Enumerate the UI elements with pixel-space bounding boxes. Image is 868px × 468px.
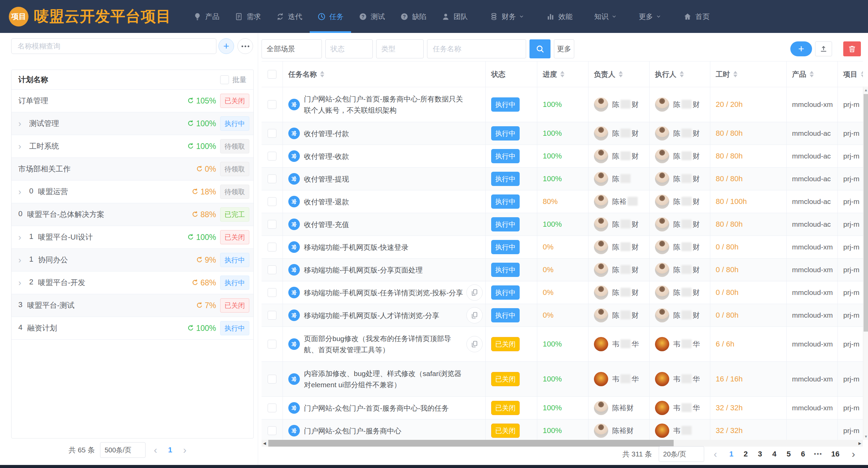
plan-row[interactable]: › 1 协同办公 9% 执行中 xyxy=(12,249,253,272)
plan-page-size-select[interactable]: 500条/页 xyxy=(100,442,146,458)
vertical-scroll-thumb[interactable] xyxy=(864,94,868,332)
nav-item-效能[interactable]: 效能 xyxy=(539,0,580,33)
header-product[interactable]: 产品 xyxy=(787,61,838,87)
header-executor[interactable]: 执行人 xyxy=(650,61,710,87)
more-actions-icon[interactable] xyxy=(237,38,253,54)
plan-row[interactable]: › 2 唛盟平台-开发 68% 执行中 xyxy=(12,272,253,294)
task-name[interactable]: 移动端功能-手机网页版-人才详情浏览-分享 xyxy=(304,310,439,321)
task-name[interactable]: 内容添加修改、bug处理、样式修改（safari浏览器对element ui部分… xyxy=(304,368,465,390)
scroll-left-icon[interactable]: ◀ xyxy=(262,440,268,447)
nav-item-知识[interactable]: 知识 xyxy=(587,0,624,33)
plan-row[interactable]: 市场部相关工作 0% 待领取 xyxy=(12,158,253,181)
sort-icon[interactable] xyxy=(733,71,737,77)
delete-button[interactable] xyxy=(843,41,861,56)
add-task-button[interactable]: + xyxy=(790,41,812,56)
page-number[interactable]: 2 xyxy=(741,450,750,458)
task-name[interactable]: 收付管理-提现 xyxy=(304,173,349,185)
page-number[interactable]: 5 xyxy=(784,450,793,458)
table-row[interactable]: 收付管理-充值 执行中 100% 陈财 陈财 80 / 80h mmcloud-… xyxy=(262,213,863,236)
row-checkbox[interactable] xyxy=(268,129,276,138)
task-name[interactable]: 收付管理-充值 xyxy=(304,219,349,230)
task-page-size-select[interactable]: 20条/页 xyxy=(659,446,704,462)
row-checkbox[interactable] xyxy=(268,404,276,412)
horizontal-scrollbar[interactable]: ◀ ▶ xyxy=(262,440,863,447)
next-page-icon[interactable]: › xyxy=(180,445,189,455)
row-checkbox[interactable] xyxy=(268,100,276,109)
row-checkbox[interactable] xyxy=(268,288,276,297)
page-number[interactable]: 6 xyxy=(798,450,808,458)
table-row[interactable]: 收付管理-收款 执行中 100% 陈财 陈财 80 / 80h mmcloud-… xyxy=(262,145,863,168)
copy-icon[interactable] xyxy=(466,284,483,301)
chevron-right-icon[interactable]: › xyxy=(18,187,29,196)
table-row[interactable]: 移动端功能-手机网页版-人才详情浏览-分享 执行中 0% 陈财 陈财 0 / 8… xyxy=(262,304,863,327)
select-all-checkbox[interactable] xyxy=(268,70,276,79)
page-number[interactable]: 1 xyxy=(727,450,736,458)
plan-row[interactable]: › 0 唛盟运营 18% 待领取 xyxy=(12,181,253,203)
plan-row[interactable]: 3 唛盟平台-测试 7% 已关闭 xyxy=(12,294,253,317)
status-select[interactable]: 状态 xyxy=(325,39,373,58)
copy-icon[interactable] xyxy=(466,307,483,323)
chevron-right-icon[interactable]: › xyxy=(18,256,29,264)
nav-item-迭代[interactable]: 迭代 xyxy=(268,0,310,33)
nav-item-更多[interactable]: 更多 xyxy=(631,0,669,33)
sort-icon[interactable] xyxy=(560,71,564,77)
copy-icon[interactable] xyxy=(466,336,483,352)
vertical-scrollbar[interactable]: ▲ ▼ xyxy=(863,87,868,440)
plan-search-input[interactable] xyxy=(11,38,216,54)
page-number[interactable]: 4 xyxy=(770,450,779,458)
task-name[interactable]: 移动端功能-手机网页版-任务详情页浏览-投标-分享 xyxy=(304,287,463,298)
plan-row[interactable]: 0 唛盟平台-总体解决方案 88% 已完工 xyxy=(12,203,253,226)
task-name[interactable]: 门户网站-众包门户-服务商中心 xyxy=(304,425,401,436)
task-name[interactable]: 门户网站-众包门户-首页-服务商中心-我的任务 xyxy=(304,403,449,414)
header-owner[interactable]: 负责人 xyxy=(589,61,650,87)
prev-page-icon[interactable]: ‹ xyxy=(151,445,160,455)
task-name[interactable]: 收付管理-付款 xyxy=(304,128,349,139)
table-row[interactable]: 收付管理-付款 执行中 100% 陈财 陈财 80 / 80h mmcloud-… xyxy=(262,122,863,145)
page-number[interactable]: 3 xyxy=(755,450,765,458)
header-hours[interactable]: 工时 xyxy=(710,61,787,87)
row-checkbox[interactable] xyxy=(268,311,276,320)
task-name-input[interactable] xyxy=(427,39,526,58)
batch-checkbox[interactable] xyxy=(220,75,229,84)
sort-icon[interactable] xyxy=(619,71,623,77)
add-plan-button[interactable]: + xyxy=(218,38,234,54)
page-number[interactable]: 16 xyxy=(829,450,842,458)
plan-row[interactable]: 订单管理 105% 已关闭 xyxy=(12,90,253,112)
table-row[interactable]: 内容添加修改、bug处理、样式修改（safari浏览器对element ui部分… xyxy=(262,362,863,397)
row-checkbox[interactable] xyxy=(268,220,276,229)
task-name[interactable]: 收付管理-收款 xyxy=(304,151,349,162)
task-name[interactable]: 移动端功能-手机网页版-分享页面处理 xyxy=(304,264,423,276)
scroll-right-icon[interactable]: ▶ xyxy=(857,440,863,447)
plan-row[interactable]: › 测试管理 100% 执行中 xyxy=(12,112,253,135)
row-checkbox[interactable] xyxy=(268,174,276,183)
task-name[interactable]: 页面部分bug修改（我发布的任务详情页顶部导航、首页研发管理工具等） xyxy=(304,333,465,355)
nav-item-任务[interactable]: 任务 xyxy=(310,0,351,33)
next-page-icon[interactable]: › xyxy=(849,449,858,459)
plan-row[interactable]: › 工时系统 100% 待领取 xyxy=(12,135,253,158)
type-select[interactable]: 类型 xyxy=(376,39,424,58)
sort-icon[interactable] xyxy=(320,71,324,77)
chevron-right-icon[interactable]: › xyxy=(18,119,29,128)
task-name[interactable]: 收付管理-退款 xyxy=(304,196,349,207)
table-row[interactable]: 移动端功能-手机网页版-分享页面处理 执行中 0% 陈财 陈财 0 / 80h … xyxy=(262,259,863,281)
table-row[interactable]: 门户网站-众包门户-首页-服务商中心-我的任务 已关闭 100% 陈裕财 韦华 … xyxy=(262,397,863,419)
table-row[interactable]: 移动端功能-手机网页版-快速登录 执行中 0% 陈财 陈财 0 / 80h mm… xyxy=(262,236,863,259)
row-checkbox[interactable] xyxy=(268,152,276,161)
row-checkbox[interactable] xyxy=(268,375,276,383)
table-row[interactable]: 门户网站-众包门户-服务商中心 已关闭 100% 陈裕财 韦 32 / 32h … xyxy=(262,419,863,441)
sort-icon[interactable] xyxy=(861,71,863,77)
plan-row[interactable]: › 1 唛盟平台-UI设计 100% 已关闭 xyxy=(12,226,253,249)
nav-item-需求[interactable]: 需求 xyxy=(227,0,268,33)
row-checkbox[interactable] xyxy=(268,426,276,435)
table-row[interactable]: 移动端功能-手机网页版-任务详情页浏览-投标-分享 执行中 0% 陈财 陈财 0… xyxy=(262,281,863,304)
table-row[interactable]: 页面部分bug修改（我发布的任务详情页顶部导航、首页研发管理工具等） 已关闭 1… xyxy=(262,327,863,362)
task-name[interactable]: 门户网站-众包门户-首页-服务商中心-所有数据只关联个人账号，不关联组织架构 xyxy=(304,93,465,116)
nav-item-产品[interactable]: 产品 xyxy=(186,0,227,33)
header-project[interactable]: 项目 xyxy=(838,61,863,87)
nav-item-测试[interactable]: ? 测试 xyxy=(351,0,392,33)
scroll-up-icon[interactable]: ▲ xyxy=(863,87,868,93)
nav-item-首页[interactable]: 首页 xyxy=(676,0,717,33)
header-progress[interactable]: 进度 xyxy=(537,61,589,87)
prev-page-icon[interactable]: ‹ xyxy=(711,449,720,459)
chevron-right-icon[interactable]: › xyxy=(18,278,29,287)
